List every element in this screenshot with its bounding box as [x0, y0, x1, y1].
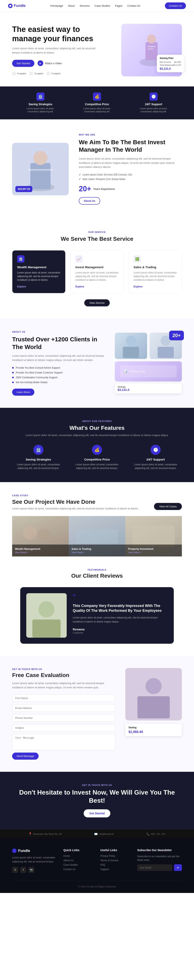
hero-badge-3: Trustpilot — [46, 72, 60, 75]
hero-video-button[interactable]: ▶ Watch a Video — [38, 60, 62, 66]
trust-num-badge: 20+ — [169, 331, 184, 340]
eval-email-input[interactable] — [12, 704, 115, 712]
reviews-label: TESTIMONIALS — [12, 569, 182, 571]
quick-links-title: Quick Links — [64, 848, 92, 852]
case-img-link-1[interactable]: View Detail > — [72, 551, 122, 554]
view-service-button[interactable]: View Service — [84, 299, 110, 306]
stat-item-0: 🏦 Saving Strategies Lorem ipsum dolor si… — [25, 92, 56, 113]
service-link-1[interactable]: Explore — [75, 285, 84, 288]
twitter-icon[interactable]: 𝕏 — [12, 867, 18, 873]
svg-rect-10 — [28, 169, 52, 171]
nav-homepage[interactable]: Homepage — [50, 4, 63, 7]
hero-card-title: Saving Plan — [160, 57, 181, 60]
eval-name-input[interactable] — [12, 694, 115, 702]
case-desc: Lorem ipsum dolor sit amet, consectetur … — [12, 507, 139, 510]
svg-point-12 — [126, 336, 136, 346]
nav-contact[interactable]: Contact Us — [127, 4, 140, 7]
feature-dot-3 — [12, 382, 14, 383]
nav-about[interactable]: About — [68, 4, 75, 7]
trust-visual: 20+ 📊 Trading Chart — [115, 332, 182, 393]
newsletter-input[interactable] — [137, 864, 172, 871]
newsletter-desc: Subscribe to our newsletter and get the … — [137, 854, 182, 862]
about-desc: Lorem ipsum dolor sit amet, consectetur … — [79, 157, 182, 169]
quick-link-1[interactable]: About Us — [64, 859, 92, 862]
hero-card-val-2: $14,270 — [173, 64, 181, 66]
about-check-text-0: Lorem Ipsum Dolor Sit Amet 200 Consect. … — [83, 173, 132, 176]
instagram-icon[interactable]: 📷 — [28, 867, 34, 873]
eval-subject-input[interactable] — [12, 724, 115, 732]
quick-link-2[interactable]: Case Studies — [64, 864, 92, 866]
review-photo — [26, 593, 67, 638]
hero-start-button[interactable]: Get Started — [12, 60, 34, 67]
trust-img-1 — [115, 332, 147, 359]
eval-message-input[interactable] — [12, 734, 115, 750]
service-icon-2: 💹 — [134, 255, 141, 262]
trust-learn-btn[interactable]: Learn More — [12, 388, 34, 396]
about-btn[interactable]: About Us — [79, 197, 100, 205]
case-img-title-2: Property Investment — [128, 547, 179, 550]
svg-point-0 — [9, 5, 11, 7]
nav-services[interactable]: Services — [80, 4, 90, 7]
stat-title-0: Saving Strategies — [25, 103, 56, 106]
cta-button[interactable]: Get Started — [84, 809, 110, 818]
quick-link-3[interactable]: Contact Us — [64, 868, 92, 871]
svg-rect-26 — [132, 525, 175, 547]
nav-cta-button[interactable]: Contact Us — [165, 2, 186, 9]
badge-icon-2 — [29, 72, 33, 75]
feature-card-1: 💰 Competitive Price Lorem ipsum dolor si… — [71, 445, 123, 470]
service-title-0: Wealth Management — [17, 266, 60, 269]
reviews-section: TESTIMONIALS Our Client Reviews " This C… — [0, 557, 194, 656]
badge-label-2: Trustpilot — [34, 72, 43, 75]
nav-pages[interactable]: Pages — [115, 4, 122, 7]
footer-info-text-1: info@finvest.id — [99, 833, 113, 835]
trust-savings-card: Savings $3,131.0 — [115, 383, 182, 393]
eval-label: GET IN TOUCH WITH US — [12, 668, 115, 670]
useful-link-0[interactable]: Privacy Policy — [100, 854, 129, 858]
trust-feature-1: Provide You Best Create Customer Support — [12, 371, 105, 374]
about-checks: ✓ Lorem Ipsum Dolor Sit Amet 200 Consect… — [79, 173, 182, 181]
case-img-link-2[interactable]: View Detail > — [128, 551, 179, 554]
about-content: WHY WE ARE We Aim To Be The Best Invest … — [79, 134, 182, 205]
logo[interactable]: Fundle — [8, 4, 25, 8]
service-title-1: Invest Management — [75, 266, 119, 269]
service-card-1: 📈 Invest Management Lorem ipsum dolor si… — [70, 250, 124, 293]
eval-submit-button[interactable]: Send Message — [12, 752, 38, 760]
facebook-icon[interactable]: f — [20, 867, 26, 873]
play-icon: ▶ — [38, 60, 43, 66]
feature-desc-2: Lorem ipsum dolor sit amet, consectetur … — [129, 463, 182, 470]
case-overlay-1: Sales & Trading View Detail > — [69, 544, 125, 557]
feature-icon-1: 💰 — [92, 445, 102, 455]
quick-link-0[interactable]: Home — [64, 854, 92, 858]
view-cases-button[interactable]: View All Cases — [154, 503, 182, 510]
case-img-title-1: Sales & Trading — [72, 547, 122, 550]
svg-rect-5 — [148, 48, 154, 49]
feature-title-2: 24/7 Support — [129, 458, 182, 461]
feature-desc-1: Lorem ipsum dolor sit amet, consectetur … — [71, 463, 123, 470]
footer-location-icon: 📍 — [29, 832, 32, 835]
footer: Fundle Lorem ipsum dolor sit amet, conse… — [0, 838, 194, 893]
case-overlay-0: Wealth Management View Detail > — [12, 544, 69, 557]
eval-phone-input[interactable] — [12, 714, 115, 722]
useful-link-3[interactable]: Support — [100, 868, 129, 871]
nav-case-studies[interactable]: Case Studies — [95, 4, 110, 7]
service-link-0[interactable]: Explore — [17, 285, 26, 288]
case-img-wrap-1: Sales & Trading View Detail > — [69, 516, 125, 557]
hero-visual: Saving Plan Net Income $2,400 Total Bala… — [121, 24, 182, 76]
useful-link-2[interactable]: FAQ — [100, 864, 129, 866]
trust-feature-text-2: 2000 Combination Community Support — [16, 376, 57, 379]
hero-badges: Trustpilot Trustpilot Trustpilot — [12, 72, 97, 75]
feature-card-2: 🕐 24/7 Support Lorem ipsum dolor sit ame… — [129, 445, 182, 470]
case-img-link-0[interactable]: View Detail > — [15, 551, 66, 554]
svg-point-3 — [147, 35, 156, 43]
newsletter-submit[interactable]: ➤ — [174, 864, 182, 871]
hero-desc: Lorem ipsum dolor sit amet, consectetur … — [12, 46, 97, 55]
case-img-wrap-2: Property Investment View Detail > — [125, 516, 182, 557]
hero-card-val-1: $2,400 — [174, 61, 181, 63]
service-link-2[interactable]: Explore — [134, 285, 143, 288]
case-study-section: CASE STUDY See Our Project We Have Done … — [0, 482, 194, 557]
eval-savings-card: Saving $1,060.44 — [125, 724, 182, 736]
useful-link-1[interactable]: Terms of Service — [100, 859, 129, 862]
cta-heading: Don't Hesitate to Invest Now, We Will Gi… — [12, 788, 182, 805]
eval-desc: Lorem ipsum dolor sit amet, consectetur … — [12, 681, 115, 690]
footer-about-desc: Lorem ipsum dolor sit amet, consectetur … — [12, 856, 56, 864]
